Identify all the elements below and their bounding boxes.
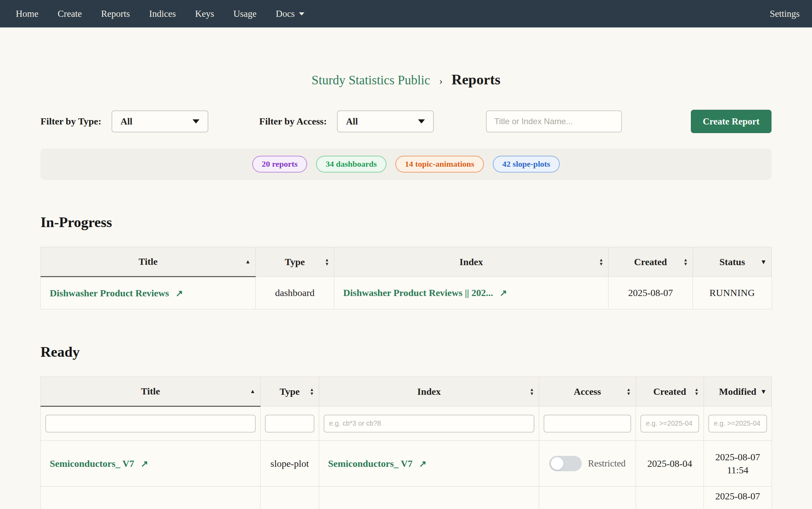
index-column-filter-input[interactable]: [324, 415, 534, 433]
nav-create[interactable]: Create: [58, 9, 82, 19]
sort-both-icon: ▲▼: [694, 388, 699, 396]
breadcrumb-separator-icon: ›: [439, 74, 443, 87]
report-type: [260, 487, 319, 509]
column-label: Modified: [719, 386, 756, 397]
column-header-access[interactable]: Access ▲▼: [539, 377, 636, 406]
column-label: Index: [460, 257, 483, 267]
column-label: Type: [285, 257, 305, 267]
column-header-index[interactable]: Index ▲▼: [319, 377, 539, 406]
badge-dashboards[interactable]: 34 dashboards: [316, 156, 386, 173]
index-name: Dishwasher Product Reviews || 202...: [343, 287, 493, 298]
in-progress-heading: In-Progress: [40, 214, 772, 230]
column-header-type[interactable]: Type ▲▼: [256, 247, 334, 277]
caret-down-icon: [418, 119, 425, 123]
sort-desc-icon: ▼: [760, 258, 767, 266]
sort-desc-icon: ▼: [760, 388, 767, 395]
column-header-type[interactable]: Type ▲▼: [260, 377, 319, 406]
access-toggle[interactable]: [549, 456, 582, 471]
nav-usage[interactable]: Usage: [233, 9, 256, 19]
report-title: [41, 487, 260, 509]
report-title-link[interactable]: Dishwasher Product Reviews ↗: [50, 288, 183, 298]
modified-date: 2025-08-07: [704, 451, 772, 464]
ready-heading: Ready: [40, 344, 772, 360]
created-date: [636, 487, 704, 509]
report-title-link[interactable]: Semiconductors_ V7 ↗: [50, 458, 148, 469]
created-date: 2025-08-07: [608, 277, 693, 309]
table-row: Dishwasher Product Reviews ↗ dashboard D…: [41, 277, 772, 309]
nav-home[interactable]: Home: [16, 9, 38, 19]
badge-reports[interactable]: 20 reports: [252, 156, 307, 173]
badge-slope-plots[interactable]: 42 slope-plots: [493, 156, 560, 173]
column-label: Access: [574, 386, 601, 397]
column-label: Title: [139, 256, 158, 267]
column-header-status[interactable]: Status ▼: [693, 247, 772, 277]
nav-keys[interactable]: Keys: [195, 9, 214, 19]
modified-timestamp: 2025-08-07 11:54: [704, 451, 772, 477]
column-label: Status: [719, 257, 745, 267]
create-report-button[interactable]: Create Report: [691, 110, 772, 133]
report-title: Dishwasher Product Reviews: [50, 288, 169, 298]
breadcrumb-parent-link[interactable]: Sturdy Statistics Public: [312, 73, 430, 87]
column-label: Created: [634, 257, 667, 267]
column-label: Index: [417, 386, 441, 397]
created-column-filter-input[interactable]: [640, 415, 699, 433]
nav-docs-dropdown[interactable]: Docs: [276, 9, 304, 19]
in-progress-table: Title ▲ Type ▲▼ Index ▲▼ Created ▲▼ Stat…: [40, 247, 772, 309]
external-link-icon: ↗: [419, 459, 427, 469]
column-label: Created: [653, 386, 686, 397]
nav-docs-label: Docs: [276, 9, 295, 19]
access-column-filter-input[interactable]: [544, 415, 631, 433]
index-link[interactable]: Semiconductors_ V7 ↗: [328, 458, 427, 469]
sort-both-icon: ▲▼: [599, 258, 603, 266]
column-header-created[interactable]: Created ▲▼: [608, 247, 693, 277]
sort-both-icon: ▲▼: [310, 388, 314, 396]
column-header-title[interactable]: Title ▲: [41, 377, 260, 406]
index-name: [319, 487, 539, 509]
external-link-icon: ↗: [500, 288, 507, 298]
badge-topic-animations[interactable]: 14 topic-animations: [395, 156, 484, 173]
filter-toolbar: Filter by Type: All Filter by Access: Al…: [40, 110, 772, 133]
column-header-modified[interactable]: Modified ▼: [704, 377, 772, 406]
column-header-title[interactable]: Title ▲: [41, 247, 256, 277]
nav-reports[interactable]: Reports: [101, 9, 130, 19]
ready-table: Title ▲ Type ▲▼ Index ▲▼ Access ▲▼ Creat…: [40, 377, 772, 509]
column-label: Title: [141, 386, 160, 396]
modified-date: 2025-08-07: [704, 487, 772, 509]
page-content: Sturdy Statistics Public › Reports Filte…: [40, 71, 772, 509]
report-type: dashboard: [256, 277, 334, 309]
sort-both-icon: ▲▼: [683, 258, 688, 266]
sort-asc-icon: ▲: [250, 388, 255, 394]
report-title: Semiconductors_ V7: [50, 458, 134, 469]
title-column-filter-input[interactable]: [45, 415, 256, 433]
type-filter-select[interactable]: All: [112, 110, 208, 132]
access-filter-select[interactable]: All: [337, 110, 434, 132]
type-filter-label: Filter by Type:: [40, 116, 101, 127]
modified-time: 11:54: [704, 464, 772, 477]
table-row: 2025-08-07: [41, 487, 772, 509]
column-filter-row: [41, 406, 772, 441]
search-input[interactable]: [486, 110, 622, 132]
column-header-created[interactable]: Created ▲▼: [636, 377, 704, 406]
breadcrumb: Sturdy Statistics Public › Reports: [40, 71, 772, 88]
sort-both-icon: ▲▼: [530, 388, 534, 396]
nav-settings[interactable]: Settings: [770, 9, 800, 19]
report-type: slope-plot: [260, 441, 319, 487]
sort-asc-icon: ▲: [245, 259, 251, 265]
external-link-icon: ↗: [141, 459, 148, 469]
caret-down-icon: [193, 119, 199, 123]
status-badge: RUNNING: [693, 277, 772, 309]
access-label: Restricted: [588, 458, 625, 469]
access-cell: Restricted: [539, 456, 636, 471]
external-link-icon: ↗: [175, 288, 183, 298]
access-cell: [539, 487, 636, 509]
column-label: Type: [280, 386, 300, 397]
type-column-filter-input[interactable]: [265, 415, 314, 433]
page-title: Reports: [452, 72, 500, 87]
chevron-down-icon: [299, 12, 304, 15]
nav-indices[interactable]: Indices: [149, 9, 176, 19]
toggle-knob: [551, 457, 564, 470]
modified-column-filter-input[interactable]: [708, 415, 767, 433]
column-header-index[interactable]: Index ▲▼: [334, 247, 608, 277]
index-link[interactable]: Dishwasher Product Reviews || 202... ↗: [343, 287, 507, 298]
created-date: 2025-08-04: [636, 441, 704, 487]
